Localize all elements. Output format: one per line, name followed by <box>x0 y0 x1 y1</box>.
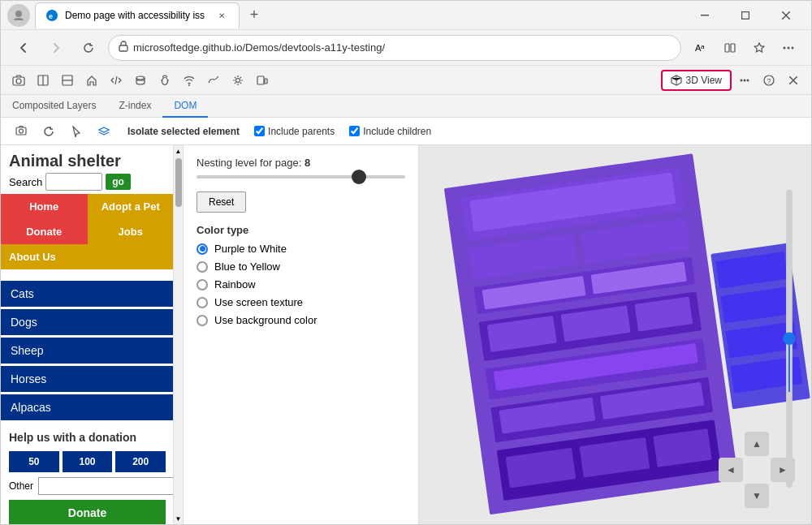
maximize-button[interactable] <box>727 2 764 28</box>
layout-icon-2[interactable] <box>56 69 79 92</box>
view-cursor-icon[interactable] <box>66 121 87 142</box>
nav-donate[interactable]: Donate <box>1 219 88 244</box>
slider-thumb[interactable] <box>352 170 366 184</box>
read-aloud-icon[interactable]: Aa <box>688 35 714 61</box>
z-index-tab[interactable]: Z-index <box>107 95 162 118</box>
search-label: Search <box>9 176 42 188</box>
go-button[interactable]: go <box>106 174 131 190</box>
new-tab-button[interactable]: + <box>243 4 266 27</box>
animal-item-horses[interactable]: Horses <box>1 366 174 392</box>
devtools-help-icon[interactable]: ? <box>758 69 780 92</box>
profile-avatar[interactable] <box>7 4 30 27</box>
more-actions-icon[interactable] <box>775 35 801 61</box>
nav-about[interactable]: About Us <box>1 244 174 269</box>
tab-favicon: e <box>45 9 58 22</box>
arrow-left-button[interactable]: ◄ <box>719 458 743 482</box>
svg-text:a: a <box>701 43 705 50</box>
include-children-group[interactable]: Include children <box>349 126 431 137</box>
nav-jobs[interactable]: Jobs <box>88 219 175 244</box>
include-parents-checkbox[interactable] <box>254 126 265 136</box>
view-refresh-icon[interactable] <box>38 121 59 142</box>
3d-scroll-thumb[interactable] <box>783 333 795 345</box>
svg-rect-4 <box>742 11 749 19</box>
composited-layers-tab[interactable]: Composited Layers <box>1 95 107 118</box>
nav-home[interactable]: Home <box>1 194 88 219</box>
back-button[interactable] <box>11 35 37 61</box>
other-row: Other <box>9 477 166 495</box>
animal-list: Cats Dogs Sheep Horses Alpacas <box>1 281 174 420</box>
scrollbar[interactable]: ▲ ▼ <box>173 145 183 524</box>
3dview-panel[interactable]: ▲ ◄ ► ▼ <box>419 145 811 524</box>
shelter-header: Animal shelter Search go <box>1 145 174 194</box>
minimize-button[interactable] <box>686 2 723 28</box>
shelter-title: Animal shelter <box>9 152 166 170</box>
include-children-checkbox[interactable] <box>349 126 360 136</box>
view-layers-icon[interactable] <box>93 121 114 142</box>
animal-item-cats[interactable]: Cats <box>1 281 174 307</box>
url-bar[interactable]: microsoftedge.github.io/Demos/devtools-a… <box>108 35 681 61</box>
scroll-down-button[interactable]: ▼ <box>174 513 184 524</box>
svg-rect-10 <box>725 44 729 52</box>
performance-icon[interactable] <box>202 69 225 92</box>
3dview-button[interactable]: 3D View <box>661 70 732 91</box>
amount-200[interactable]: 200 <box>115 451 166 472</box>
animal-item-dogs[interactable]: Dogs <box>1 309 174 335</box>
radio-bg-color[interactable]: Use background color <box>197 314 405 326</box>
screenshot-icon[interactable] <box>7 69 30 92</box>
close-button[interactable] <box>767 2 805 28</box>
forward-button[interactable] <box>43 35 69 61</box>
dom-panel: Nesting level for page: 8 Reset Color ty… <box>184 145 419 524</box>
radio-circle-blue-yellow <box>197 261 208 273</box>
layout-icon-1[interactable] <box>32 69 54 92</box>
include-children-label: Include children <box>363 126 431 137</box>
include-parents-group[interactable]: Include parents <box>254 126 335 137</box>
radio-purple-white[interactable]: Purple to White <box>197 243 405 255</box>
split-screen-icon[interactable] <box>717 35 743 61</box>
reset-button[interactable]: Reset <box>197 191 246 213</box>
device-icon[interactable] <box>251 69 274 92</box>
scroll-up-button[interactable]: ▲ <box>174 145 184 157</box>
amount-100[interactable]: 100 <box>63 451 113 472</box>
refresh-button[interactable] <box>76 35 102 61</box>
storage-icon[interactable] <box>129 69 152 92</box>
webpage-panel: Animal shelter Search go Home Adopt a Pe… <box>1 145 184 524</box>
dom-tab[interactable]: DOM <box>162 95 208 118</box>
active-tab[interactable]: e Demo page with accessibility iss ✕ <box>35 2 240 28</box>
radio-screen-texture[interactable]: Use screen texture <box>197 296 405 308</box>
tab-close-button[interactable]: ✕ <box>214 8 229 23</box>
svg-point-16 <box>16 79 21 84</box>
view-screenshot-icon[interactable] <box>11 121 32 142</box>
svg-point-13 <box>788 46 790 49</box>
other-amount-input[interactable] <box>38 477 174 495</box>
radio-blue-yellow[interactable]: Blue to Yellow <box>197 260 405 273</box>
navigation-arrows: ▲ ◄ ► ▼ <box>719 432 795 508</box>
nesting-label: Nesting level for page: 8 <box>197 157 405 169</box>
amount-50[interactable]: 50 <box>9 451 59 472</box>
nesting-slider[interactable] <box>197 175 405 179</box>
arrow-up-button[interactable]: ▲ <box>745 432 769 456</box>
donate-button[interactable]: Donate <box>9 500 166 524</box>
3dview-label: 3D View <box>686 75 722 86</box>
favorites-icon[interactable] <box>746 35 772 61</box>
devtools-close-icon[interactable] <box>782 69 805 92</box>
radio-rainbow[interactable]: Rainbow <box>197 278 405 290</box>
bug-icon[interactable] <box>153 69 176 92</box>
arrow-down-button[interactable]: ▼ <box>745 484 769 508</box>
wifi-icon[interactable] <box>178 69 201 92</box>
arrow-right-button[interactable]: ► <box>771 458 795 482</box>
search-input[interactable] <box>45 173 102 191</box>
animal-item-sheep[interactable]: Sheep <box>1 338 174 364</box>
webpage-content: Animal shelter Search go Home Adopt a Pe… <box>1 145 174 524</box>
settings-icon[interactable] <box>227 69 249 92</box>
nav-adopt[interactable]: Adopt a Pet <box>88 194 175 219</box>
svg-point-26 <box>188 84 190 86</box>
devtools-more-button[interactable] <box>733 69 756 92</box>
scroll-thumb[interactable] <box>175 158 182 207</box>
code-icon[interactable] <box>105 69 127 92</box>
search-row: Search go <box>9 173 166 191</box>
svg-point-32 <box>747 79 749 81</box>
home-icon[interactable] <box>80 69 103 92</box>
animal-item-alpacas[interactable]: Alpacas <box>1 394 174 420</box>
3d-scroll-line <box>788 345 790 392</box>
svg-rect-7 <box>119 45 127 51</box>
